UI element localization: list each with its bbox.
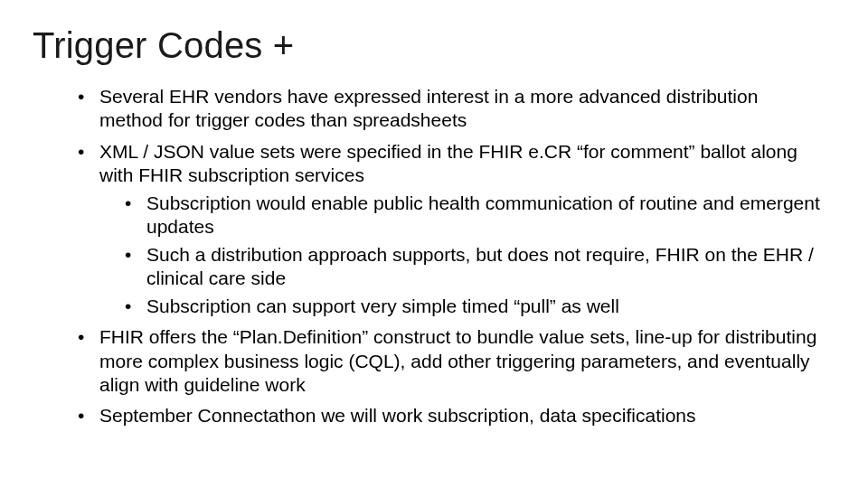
list-item: XML / JSON value sets were specified in … [78,140,823,318]
sub-bullet-list: Subscription would enable public health … [99,192,823,318]
slide: Trigger Codes + Several EHR vendors have… [0,0,868,488]
list-item: Such a distribution approach supports, b… [125,243,823,291]
bullet-text: Subscription would enable public health … [146,192,820,237]
bullet-text: Several EHR vendors have expressed inter… [99,86,758,130]
bullet-text: Subscription can support very simple tim… [146,296,619,316]
list-item: Subscription can support very simple tim… [125,295,823,318]
bullet-text: FHIR offers the “Plan.Definition” constr… [99,326,816,395]
list-item: Subscription would enable public health … [125,192,823,239]
list-item: September Connectathon we will work subs… [78,404,823,427]
bullet-text: XML / JSON value sets were specified in … [99,141,797,185]
list-item: FHIR offers the “Plan.Definition” constr… [78,325,823,397]
bullet-list: Several EHR vendors have expressed inter… [33,85,832,428]
bullet-text: September Connectathon we will work subs… [99,405,696,426]
bullet-text: Such a distribution approach supports, b… [146,244,814,288]
list-item: Several EHR vendors have expressed inter… [78,85,823,133]
slide-title: Trigger Codes + [33,25,832,65]
